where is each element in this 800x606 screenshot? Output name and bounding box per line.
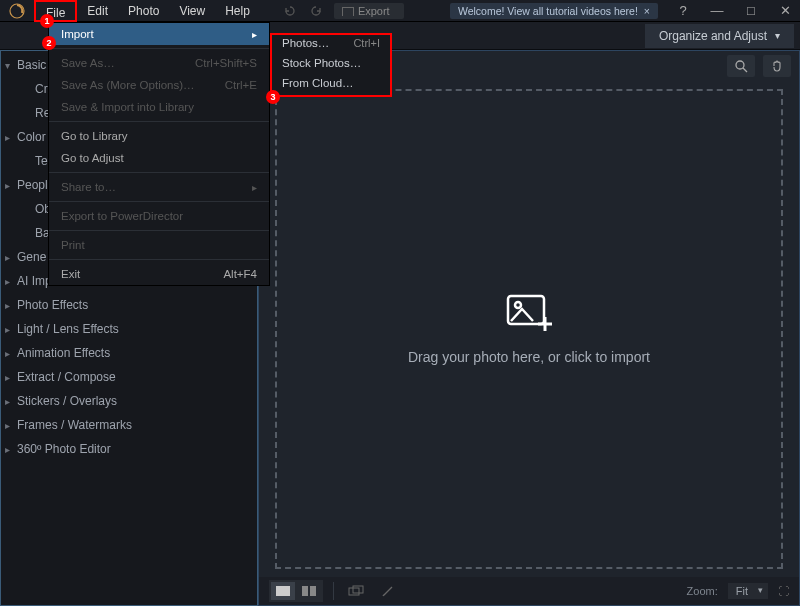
sidebar-item-label: Peopl xyxy=(17,178,48,192)
chevron-icon: ▸ xyxy=(5,348,17,359)
sidebar-item-label: Extract / Compose xyxy=(17,370,116,384)
sidebar-item-label: Gene xyxy=(17,250,46,264)
view-mode-group xyxy=(269,580,323,602)
sidebar-item[interactable]: ▸Extract / Compose xyxy=(1,365,257,389)
sidebar-item[interactable]: ▸Photo Effects xyxy=(1,293,257,317)
svg-point-1 xyxy=(736,61,744,69)
file-menu-dropdown: Import ▸ Save As… Ctrl+Shift+S Save As (… xyxy=(48,22,270,286)
menu-share-to[interactable]: Share to… ▸ xyxy=(49,176,269,198)
submenu-from-cloud[interactable]: From Cloud… xyxy=(272,75,390,95)
canvas-area: Drag your photo here, or click to import… xyxy=(258,50,800,606)
chevron-icon: ▸ xyxy=(5,372,17,383)
zoom-label: Zoom: xyxy=(687,585,718,597)
brush-icon[interactable] xyxy=(376,582,400,600)
close-icon[interactable]: × xyxy=(644,5,650,17)
mode-label: Organize and Adjust xyxy=(659,29,767,43)
sidebar-item-label: Color xyxy=(17,130,46,144)
svg-line-2 xyxy=(743,68,747,72)
tutorial-text: Welcome! View all tutorial videos here! xyxy=(458,5,638,17)
separator xyxy=(49,259,269,260)
chevron-right-icon: ▸ xyxy=(252,29,257,40)
view-single-icon[interactable] xyxy=(271,582,295,600)
sidebar-item-label: Animation Effects xyxy=(17,346,110,360)
sidebar-item-label: Light / Lens Effects xyxy=(17,322,119,336)
window-controls: Welcome! View all tutorial videos here! … xyxy=(450,0,800,22)
menu-help[interactable]: Help xyxy=(215,0,260,22)
import-submenu: Photos… Ctrl+I Stock Photos… From Cloud… xyxy=(270,33,392,97)
sidebar-item[interactable]: ▸Stickers / Overlays xyxy=(1,389,257,413)
undo-icon[interactable] xyxy=(278,2,300,20)
annotation-3: 3 xyxy=(266,90,280,104)
chevron-down-icon: ▾ xyxy=(775,30,780,41)
organize-adjust-button[interactable]: Organize and Adjust ▾ xyxy=(645,24,794,48)
sidebar-item-label: Basic xyxy=(17,58,46,72)
menu-go-library[interactable]: Go to Library xyxy=(49,125,269,147)
close-window-icon[interactable]: ✕ xyxy=(770,0,800,22)
chevron-icon: ▸ xyxy=(5,132,17,143)
menu-exit[interactable]: Exit Alt+F4 xyxy=(49,263,269,285)
compare-icon[interactable] xyxy=(344,582,368,600)
svg-rect-9 xyxy=(310,586,316,596)
bottombar: Zoom: Fit ⛶ xyxy=(259,577,799,605)
export-button[interactable]: Export xyxy=(334,3,404,19)
view-split-icon[interactable] xyxy=(297,582,321,600)
sidebar-item[interactable]: ▸Light / Lens Effects xyxy=(1,317,257,341)
menu-save-import-lib[interactable]: Save & Import into Library xyxy=(49,96,269,118)
chevron-icon: ▸ xyxy=(5,324,17,335)
svg-point-4 xyxy=(515,302,521,308)
chevron-icon: ▸ xyxy=(5,180,17,191)
minimize-icon[interactable]: — xyxy=(702,0,732,22)
svg-rect-7 xyxy=(276,586,290,596)
sidebar-item-label: Photo Effects xyxy=(17,298,88,312)
hand-icon[interactable] xyxy=(763,55,791,77)
drop-zone[interactable]: Drag your photo here, or click to import xyxy=(275,89,783,569)
annotation-1: 1 xyxy=(40,14,54,28)
sidebar-item-label: Stickers / Overlays xyxy=(17,394,117,408)
separator xyxy=(49,121,269,122)
zoom-select[interactable]: Fit xyxy=(728,583,768,599)
menu-edit[interactable]: Edit xyxy=(77,0,118,22)
menu-print[interactable]: Print xyxy=(49,234,269,256)
menubar: File Edit Photo View Help xyxy=(34,0,260,22)
menu-import[interactable]: Import ▸ xyxy=(49,23,269,45)
image-placeholder-icon xyxy=(505,293,553,333)
toolbar-history: Export xyxy=(278,2,404,20)
fullscreen-icon[interactable]: ⛶ xyxy=(778,585,789,597)
menu-save-as[interactable]: Save As… Ctrl+Shift+S xyxy=(49,52,269,74)
chevron-icon: ▸ xyxy=(5,396,17,407)
submenu-stock-photos[interactable]: Stock Photos… xyxy=(272,55,390,75)
separator xyxy=(49,48,269,49)
chevron-right-icon: ▸ xyxy=(252,182,257,193)
chevron-icon: ▸ xyxy=(5,420,17,431)
chevron-icon: ▸ xyxy=(5,300,17,311)
menu-photo[interactable]: Photo xyxy=(118,0,169,22)
submenu-photos[interactable]: Photos… Ctrl+I xyxy=(272,35,390,55)
chevron-icon: ▾ xyxy=(5,60,17,71)
svg-rect-11 xyxy=(353,586,363,593)
app-logo[interactable] xyxy=(0,0,34,22)
menu-import-label: Import xyxy=(61,28,94,40)
chevron-icon: ▸ xyxy=(5,444,17,455)
tutorial-banner[interactable]: Welcome! View all tutorial videos here! … xyxy=(450,3,658,19)
divider xyxy=(333,582,334,600)
menu-save-as-more[interactable]: Save As (More Options)… Ctrl+E xyxy=(49,74,269,96)
sidebar-item[interactable]: ▸360º Photo Editor xyxy=(1,437,257,461)
redo-icon[interactable] xyxy=(306,2,328,20)
titlebar: File Edit Photo View Help Export Welcome… xyxy=(0,0,800,22)
chevron-icon: ▸ xyxy=(5,252,17,263)
separator xyxy=(49,230,269,231)
svg-rect-10 xyxy=(349,588,359,595)
chevron-icon: ▸ xyxy=(5,276,17,287)
sidebar-item-label: 360º Photo Editor xyxy=(17,442,111,456)
sidebar-item[interactable]: ▸Frames / Watermarks xyxy=(1,413,257,437)
help-icon[interactable]: ? xyxy=(668,0,698,22)
separator xyxy=(49,201,269,202)
menu-view[interactable]: View xyxy=(169,0,215,22)
maximize-icon[interactable]: □ xyxy=(736,0,766,22)
menu-go-adjust[interactable]: Go to Adjust xyxy=(49,147,269,169)
sidebar-item-label: Frames / Watermarks xyxy=(17,418,132,432)
svg-rect-8 xyxy=(302,586,308,596)
sidebar-item[interactable]: ▸Animation Effects xyxy=(1,341,257,365)
menu-export-power[interactable]: Export to PowerDirector xyxy=(49,205,269,227)
search-icon[interactable] xyxy=(727,55,755,77)
